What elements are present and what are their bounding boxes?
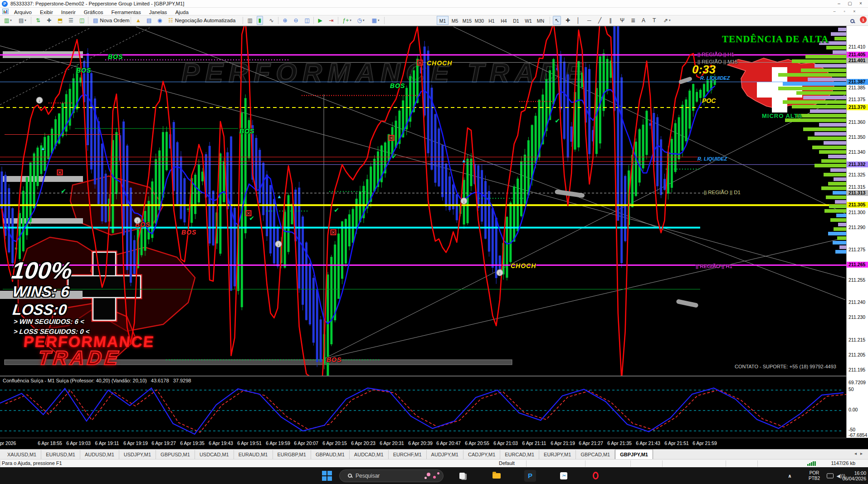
indicators-button[interactable]: ƒ+▾ — [341, 16, 353, 25]
minimize-button[interactable]: – — [834, 0, 844, 7]
chart-candles-button[interactable]: ▮ — [257, 16, 263, 25]
indicator-scale-tick: 69.7209 — [847, 380, 868, 386]
timeframe-m15-button[interactable]: M15 — [461, 16, 473, 25]
symbol-tab-euraud[interactable]: EURAUD,M1 — [234, 450, 273, 459]
start-button[interactable] — [322, 471, 332, 481]
menu-gráficos[interactable]: Gráficos — [80, 9, 107, 16]
indicator-panel[interactable]: Confluência Suíça - M1 Suíça (Professor:… — [0, 376, 846, 438]
andrews-pitchfork-button[interactable]: Ψ — [618, 16, 626, 25]
timeframe-h4-button[interactable]: H4 — [498, 16, 510, 25]
market-watch-button[interactable]: ⇅ — [34, 16, 42, 25]
chart-bars-button[interactable]: ▥ — [246, 16, 254, 25]
timeframe-m30-button[interactable]: M30 — [473, 16, 485, 25]
zoom-out-button[interactable]: ⊖ — [292, 16, 300, 25]
strategy-tester-button[interactable]: ◫ — [78, 16, 86, 25]
new-order-button[interactable]: ▤Nova Ordem — [91, 16, 132, 25]
menu-ferramentas[interactable]: Ferramentas — [107, 9, 145, 16]
symbol-tab-eurgbp[interactable]: EURGBP,M1 — [273, 450, 311, 459]
child-close-button[interactable]: × — [849, 8, 860, 15]
objects-icon: ⇗ — [663, 17, 668, 24]
symbol-tab-audusd[interactable]: AUDUSD,M1 — [80, 450, 119, 459]
horizontal-line-button[interactable]: ─ — [585, 16, 593, 25]
timeframe-m1-button[interactable]: M1 — [437, 16, 449, 25]
label-button[interactable]: T — [651, 16, 658, 25]
cursor-button[interactable]: ↖ — [553, 16, 561, 25]
trendline-button[interactable]: ╱ — [596, 16, 603, 25]
symbol-tab-eurchf[interactable]: EURCHF,M1 — [389, 450, 427, 459]
toolbar-search-button[interactable] — [848, 16, 856, 25]
tile-windows-icon: ◫ — [305, 17, 310, 24]
crosshair-button[interactable]: ✚ — [564, 16, 572, 25]
timeframe-mn-button[interactable]: MN — [535, 16, 546, 25]
chart-area[interactable]: PERFORMANCE TRADE — [0, 26, 846, 376]
algo-trading-button[interactable]: ☷Negociação Automatizada — [166, 16, 237, 25]
snipping-tool-icon[interactable]: ✂ — [558, 470, 570, 482]
new-chart-button[interactable]: ▥▾ — [2, 16, 14, 25]
symbol-tab-eurusd[interactable]: EURUSD,M1 — [41, 450, 80, 459]
status-profile[interactable]: Default — [499, 460, 515, 466]
close-button[interactable]: × — [855, 0, 866, 7]
timeframe-d1-button[interactable]: D1 — [510, 16, 522, 25]
profiles-button[interactable]: ▤▾ — [17, 16, 28, 25]
tile-windows-button[interactable]: ◫ — [303, 16, 312, 25]
price-tick: 211.401 — [847, 58, 868, 64]
price-axis[interactable]: 211.410211.405211.401211.387211.385211.3… — [846, 26, 868, 438]
text-button[interactable]: A — [640, 16, 647, 25]
symbol-tab-usdjpy[interactable]: USDJPY,M1 — [119, 450, 156, 459]
navigator-button[interactable]: ⬒ — [56, 16, 64, 25]
price-chart[interactable] — [0, 26, 846, 376]
symbol-tab-xauusd[interactable]: XAUUSD,M1 — [3, 450, 41, 459]
toolbox-button[interactable]: ☰ — [67, 16, 75, 25]
symbol-tab-gbpusd[interactable]: GBPUSD,M1 — [156, 450, 195, 459]
language-indicator[interactable]: POR PTB2 — [809, 470, 820, 481]
tab-scroll-arrows[interactable]: ◂▸ — [854, 451, 866, 456]
child-minimize-button[interactable]: – — [829, 8, 840, 15]
equidistant-channel-button[interactable]: ∥ — [607, 16, 614, 25]
menu-inserir[interactable]: Inserir — [57, 9, 80, 16]
notification-badge[interactable]: 1 — [860, 16, 867, 23]
journal-button[interactable]: ▤ — [145, 16, 153, 25]
timeframe-m5-button[interactable]: M5 — [449, 16, 461, 25]
menu-ajuda[interactable]: Ajuda — [171, 9, 192, 16]
data-window-button[interactable]: ✚ — [45, 16, 53, 25]
symbol-tab-cadjpy[interactable]: CADJPY,M1 — [463, 450, 500, 459]
metatrader-icon[interactable]: P — [524, 470, 536, 482]
timeframe-w1-button[interactable]: W1 — [522, 16, 534, 25]
symbol-tab-audcad[interactable]: AUDCAD,M1 — [350, 450, 389, 459]
vertical-line-button[interactable]: │ — [575, 16, 582, 25]
menu-arquivo[interactable]: Arquivo — [10, 9, 36, 16]
periods-button[interactable]: ◷▾ — [356, 16, 366, 25]
symbol-tab-audjpy[interactable]: AUDJPY,M1 — [427, 450, 463, 459]
symbol-tab-gbpcad[interactable]: GBPCAD,M1 — [576, 450, 615, 459]
chart-line-button[interactable]: ∿ — [268, 16, 276, 25]
expert-advisors-button[interactable]: ▲ — [134, 16, 143, 25]
auto-scroll-button[interactable]: ▶ — [317, 16, 324, 25]
network-icon[interactable] — [827, 473, 834, 478]
price-tick: 211.205 — [847, 352, 868, 358]
market-news-icon: ◉ — [157, 17, 162, 24]
file-explorer-icon[interactable] — [491, 470, 502, 482]
cursor-icon: ↖ — [555, 17, 559, 24]
maximize-button[interactable]: ▢ — [844, 0, 855, 7]
child-restore-button[interactable]: ▫ — [839, 8, 850, 15]
timeframe-h1-button[interactable]: H1 — [486, 16, 497, 25]
symbol-tab-gbpjpy[interactable]: GBPJPY,M1 — [615, 449, 653, 459]
templates-button[interactable]: ▦▾ — [370, 16, 381, 25]
symbol-tab-gbpaud[interactable]: GBPAUD,M1 — [311, 450, 350, 459]
task-view-icon[interactable] — [456, 470, 468, 482]
clock-tray[interactable]: 16:00 06/04/2026 — [842, 470, 866, 481]
opera-browser-icon[interactable] — [590, 470, 601, 482]
menu-exibir[interactable]: Exibir — [36, 9, 57, 16]
symbol-tab-eurcad[interactable]: EURCAD,M1 — [500, 450, 539, 459]
symbol-tab-eurjpy[interactable]: EURJPY,M1 — [539, 450, 576, 459]
market-news-button[interactable]: ◉ — [156, 16, 164, 25]
taskbar-search[interactable]: Pesquisar — [339, 469, 444, 482]
fibonacci-button[interactable]: ≣ — [629, 16, 637, 25]
symbol-tab-usdcad[interactable]: USDCAD,M1 — [195, 450, 234, 459]
zoom-in-button[interactable]: ⊕ — [281, 16, 289, 25]
time-axis[interactable]: 6 Apr 20266 Apr 18:556 Apr 19:036 Apr 19… — [0, 438, 868, 449]
menu-janelas[interactable]: Janelas — [145, 9, 171, 16]
objects-button[interactable]: ⇗▾ — [662, 16, 673, 25]
chart-shift-button[interactable]: ⇥ — [327, 16, 336, 25]
tray-chevron-icon[interactable]: ∧ — [788, 473, 792, 479]
